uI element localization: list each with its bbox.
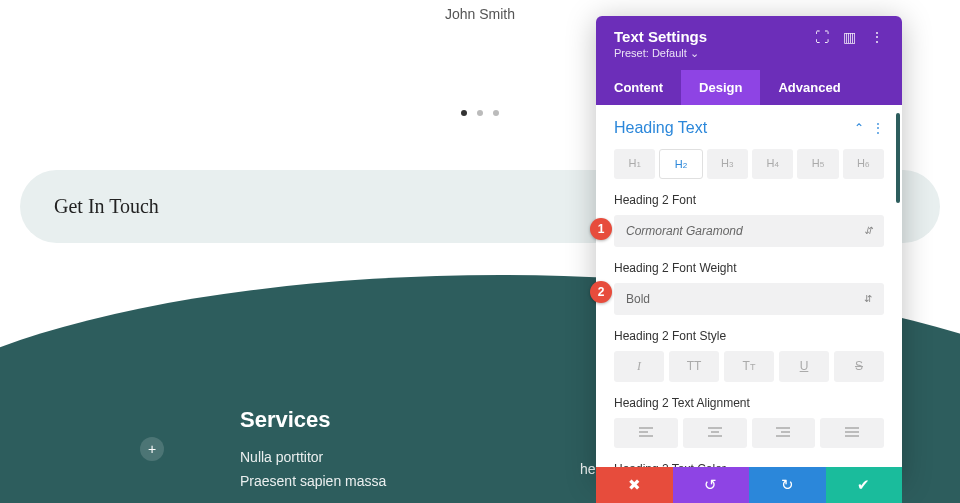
style-label: Heading 2 Font Style	[614, 329, 884, 343]
scrollbar[interactable]	[896, 113, 900, 203]
cancel-button[interactable]: ✖	[596, 467, 673, 503]
redo-button[interactable]: ↻	[749, 467, 826, 503]
collapse-icon[interactable]: ⌃	[854, 121, 864, 135]
undo-button[interactable]: ↺	[673, 467, 750, 503]
tab-h4[interactable]: H4	[752, 149, 793, 179]
preset-label: Preset: Default	[614, 47, 687, 59]
more-icon[interactable]: ⋮	[870, 29, 884, 45]
weight-label: Heading 2 Font Weight	[614, 261, 884, 275]
panel-action-bar: ✖ ↺ ↻ ✔	[596, 467, 902, 503]
tab-h1[interactable]: H1	[614, 149, 655, 179]
font-style-buttons: I TT TT U S	[614, 351, 884, 382]
weight-value: Bold	[626, 292, 650, 306]
underline-button[interactable]: U	[779, 351, 829, 382]
tab-advanced[interactable]: Advanced	[760, 70, 858, 105]
callout-2: 2	[590, 281, 612, 303]
align-right-button[interactable]	[752, 418, 816, 448]
select-caret-icon: ⇵	[864, 226, 872, 236]
columns-icon[interactable]: ▥	[843, 29, 856, 45]
tab-content[interactable]: Content	[596, 70, 681, 105]
save-button[interactable]: ✔	[826, 467, 903, 503]
select-caret-icon: ⇵	[864, 294, 872, 304]
add-social-button[interactable]: +	[140, 437, 164, 461]
font-label: Heading 2 Font	[614, 193, 884, 207]
tab-h5[interactable]: H5	[797, 149, 838, 179]
dot-3[interactable]	[493, 110, 499, 116]
footer-service-item[interactable]: Praesent sapien massa	[240, 473, 580, 489]
footer-services-heading: Services	[240, 407, 580, 433]
heading-level-tabs: H1 H2 H3 H4 H5 H6	[614, 149, 884, 179]
chevron-down-icon: ⌄	[690, 47, 699, 59]
tab-h2[interactable]: H2	[659, 149, 702, 179]
weight-select[interactable]: Bold ⇵	[614, 283, 884, 315]
text-settings-panel: Text Settings ⛶ ▥ ⋮ Preset: Default ⌄ Co…	[596, 16, 902, 480]
tab-design[interactable]: Design	[681, 70, 760, 105]
section-heading-text[interactable]: Heading Text	[614, 119, 707, 137]
italic-button[interactable]: I	[614, 351, 664, 382]
panel-header: Text Settings ⛶ ▥ ⋮ Preset: Default ⌄	[596, 16, 902, 70]
panel-preset[interactable]: Preset: Default ⌄	[614, 47, 884, 60]
dot-2[interactable]	[477, 110, 483, 116]
panel-title: Text Settings	[614, 28, 707, 45]
font-select[interactable]: Cormorant Garamond ⇵	[614, 215, 884, 247]
font-value: Cormorant Garamond	[626, 224, 743, 238]
align-label: Heading 2 Text Alignment	[614, 396, 884, 410]
footer-service-item[interactable]: Nulla porttitor	[240, 449, 580, 465]
callout-1: 1	[590, 218, 612, 240]
uppercase-button[interactable]: TT	[669, 351, 719, 382]
strikethrough-button[interactable]: S	[834, 351, 884, 382]
tab-h6[interactable]: H6	[843, 149, 884, 179]
align-left-button[interactable]	[614, 418, 678, 448]
dot-1[interactable]	[461, 110, 467, 116]
text-align-buttons	[614, 418, 884, 448]
align-center-button[interactable]	[683, 418, 747, 448]
expand-icon[interactable]: ⛶	[815, 29, 829, 45]
tab-h3[interactable]: H3	[707, 149, 748, 179]
panel-tabs: Content Design Advanced	[596, 70, 902, 105]
smallcaps-button[interactable]: TT	[724, 351, 774, 382]
panel-body: Heading Text ⌃ ⋮ H1 H2 H3 H4 H5 H6 Headi…	[596, 105, 902, 480]
align-justify-button[interactable]	[820, 418, 884, 448]
section-more-icon[interactable]: ⋮	[872, 121, 884, 135]
